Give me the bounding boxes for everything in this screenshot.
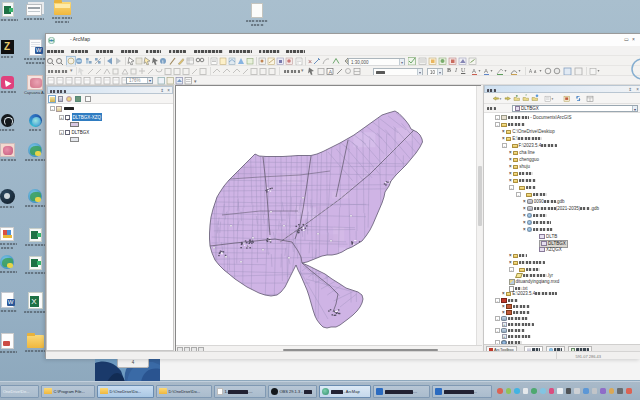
svg-text:▾: ▾ xyxy=(540,68,542,73)
svg-text:▾: ▾ xyxy=(500,97,502,101)
svg-text:▾: ▾ xyxy=(194,78,197,84)
svg-text:i: i xyxy=(162,58,164,65)
svg-text:▾: ▾ xyxy=(552,97,554,101)
svg-text:▾: ▾ xyxy=(491,68,493,73)
svg-text:×: × xyxy=(308,58,312,65)
svg-text:▾: ▾ xyxy=(479,68,481,73)
svg-text:▾: ▾ xyxy=(505,68,507,73)
svg-text:▾: ▾ xyxy=(598,68,600,73)
svg-text:A: A xyxy=(534,70,537,74)
svg-text:A: A xyxy=(329,69,333,75)
svg-text:A: A xyxy=(472,68,476,74)
svg-text:▾: ▾ xyxy=(519,68,521,73)
svg-text:A: A xyxy=(529,69,532,74)
svg-text:A: A xyxy=(484,68,488,74)
